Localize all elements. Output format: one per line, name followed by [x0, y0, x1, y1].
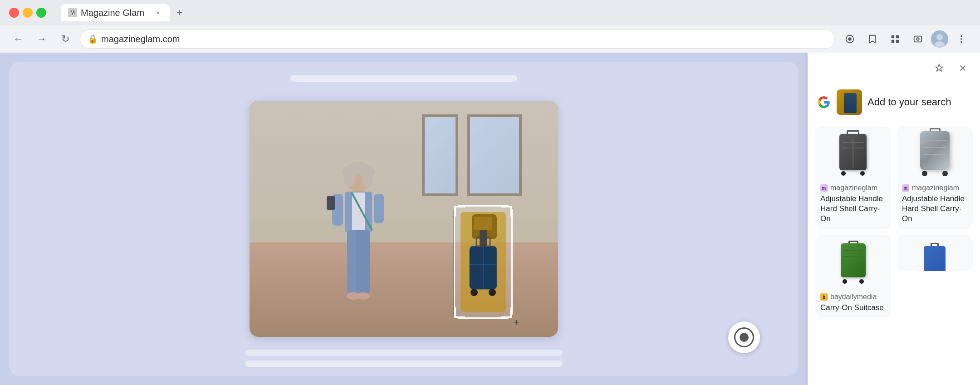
svg-rect-3 — [896, 35, 899, 38]
suitcase-green — [838, 241, 868, 284]
svg-rect-41 — [480, 230, 487, 247]
s3-wheel-right — [859, 279, 864, 284]
s1-wheel-left — [841, 171, 846, 176]
profile-avatar[interactable] — [931, 30, 948, 48]
result-image-2 — [897, 126, 973, 180]
suitcase-dark-grey — [837, 130, 869, 176]
svg-rect-33 — [483, 217, 492, 230]
forward-button[interactable]: → — [33, 30, 51, 48]
svg-point-25 — [356, 292, 370, 300]
room-window-2 — [422, 114, 458, 196]
browser-toolbar: ← → ↻ 🔒 magazineglam.com — [0, 25, 980, 53]
main-content: + — [0, 53, 980, 385]
site-security-icon: 🔒 — [88, 34, 98, 44]
result-card-3[interactable]: b baydailymedia Carry-On Suitcase — [815, 235, 891, 318]
s2-body — [920, 131, 950, 170]
svg-point-13 — [960, 41, 962, 43]
minimize-traffic-light[interactable] — [23, 8, 33, 18]
svg-rect-2 — [892, 35, 894, 38]
s3-body — [841, 243, 866, 277]
svg-rect-29 — [374, 194, 384, 223]
lens-results-panel: Add to your search — [808, 53, 980, 385]
result-info-2: m magazineglam Adjustable Handle Hard Sh… — [897, 180, 973, 229]
google-logo — [817, 95, 831, 109]
svg-point-11 — [960, 35, 962, 37]
url-text: magazineglam.com — [101, 34, 180, 44]
svg-point-19 — [362, 169, 373, 187]
result-card-4[interactable] — [897, 235, 973, 271]
back-button[interactable]: ← — [9, 30, 27, 48]
source-favicon-1: m — [820, 184, 828, 192]
bookmark-icon[interactable] — [863, 30, 882, 49]
tab-bar: M Magazine Glam × + — [61, 4, 188, 21]
extensions-icon[interactable] — [886, 30, 905, 49]
refresh-button[interactable]: ↻ — [56, 30, 74, 48]
s1-wheel-right — [860, 171, 865, 176]
source-favicon-2: m — [902, 184, 909, 192]
tab-title: Magazine Glam — [81, 8, 144, 18]
address-bar[interactable]: 🔒 magazineglam.com — [80, 30, 835, 49]
suitcase-silver — [918, 128, 952, 178]
source-name-3: baydailymedia — [830, 293, 877, 301]
result-info-3: b baydailymedia Carry-On Suitcase — [815, 289, 891, 318]
title-bar: M Magazine Glam × + — [0, 0, 980, 25]
scroll-bar-bottom2 — [245, 350, 563, 356]
svg-point-39 — [470, 289, 478, 296]
source-favicon-3: b — [820, 293, 828, 301]
result-source-3: b baydailymedia — [820, 293, 886, 301]
svg-rect-27 — [327, 196, 335, 210]
source-name-2: magazineglam — [912, 184, 959, 192]
tab-favicon: M — [68, 8, 77, 17]
svg-point-18 — [344, 169, 355, 187]
scroll-bar-bottom — [245, 360, 563, 367]
s4-body — [924, 246, 946, 271]
s3-wheel-left — [843, 279, 847, 284]
camera-lens-icon — [734, 327, 754, 347]
result-title-3: Carry-On Suitcase — [820, 303, 886, 313]
results-area: m magazineglam Adjustable Handle Hard Sh… — [808, 122, 980, 385]
lens-search-bar: Add to your search — [808, 82, 980, 122]
s2-wheel-right — [942, 171, 948, 176]
svg-point-7 — [916, 38, 919, 40]
lens-camera-button[interactable] — [728, 321, 760, 353]
results-grid: m magazineglam Adjustable Handle Hard Sh… — [815, 126, 973, 318]
lens-panel-header — [808, 53, 980, 82]
svg-point-40 — [489, 289, 496, 296]
svg-rect-5 — [896, 40, 899, 43]
svg-point-1 — [848, 37, 851, 40]
luggage-image — [455, 207, 511, 317]
result-card-1[interactable]: m magazineglam Adjustable Handle Hard Sh… — [815, 126, 891, 229]
svg-rect-23 — [356, 230, 370, 294]
screenshot-icon[interactable] — [908, 30, 927, 49]
svg-point-12 — [960, 38, 962, 40]
webpage-inner: + — [9, 62, 799, 376]
result-title-1: Adjustable Handle Hard Shell Carry-On — [820, 194, 886, 224]
result-image-1 — [815, 126, 891, 180]
result-title-2: Adjustable Handle Hard Shell Carry-On — [902, 194, 967, 224]
image-card: + — [250, 101, 558, 337]
result-source-2: m magazineglam — [902, 184, 967, 192]
svg-point-9 — [936, 34, 943, 40]
close-traffic-light[interactable] — [9, 8, 19, 18]
browser-window: M Magazine Glam × + ← → ↻ 🔒 magazineglam… — [0, 0, 980, 385]
room-window-1 — [467, 114, 522, 196]
menu-icon[interactable] — [952, 30, 971, 49]
main-photo: + — [250, 101, 558, 337]
s2-wheel-left — [922, 171, 927, 176]
close-panel-button[interactable] — [955, 60, 971, 76]
toolbar-icons — [840, 30, 971, 49]
pin-panel-button[interactable] — [931, 60, 947, 76]
new-tab-button[interactable]: + — [172, 5, 188, 21]
webpage-panel: + — [0, 53, 808, 385]
s3-wheels — [841, 279, 866, 284]
active-tab[interactable]: M Magazine Glam × — [61, 4, 170, 21]
maximize-traffic-light[interactable] — [36, 8, 46, 18]
result-source-1: m magazineglam — [820, 184, 886, 192]
svg-rect-4 — [892, 40, 894, 43]
tab-close-button[interactable]: × — [153, 8, 162, 17]
s1-body — [839, 134, 867, 170]
scroll-bar-top — [290, 75, 517, 82]
result-card-2[interactable]: m magazineglam Adjustable Handle Hard Sh… — [897, 126, 973, 229]
google-lens-icon[interactable] — [840, 30, 859, 49]
resize-cursor: + — [511, 317, 522, 328]
